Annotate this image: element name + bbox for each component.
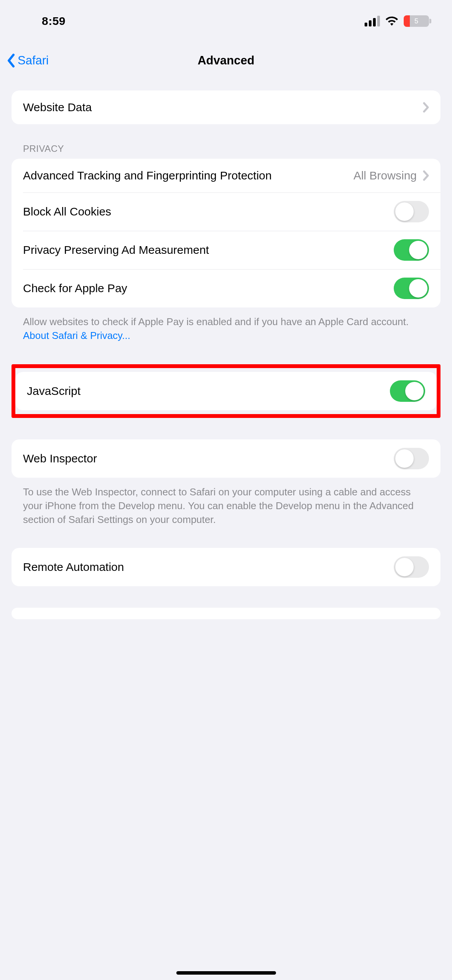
row-website-data[interactable]: Website Data: [12, 90, 440, 124]
row-label: Website Data: [23, 100, 423, 115]
row-label: JavaScript: [27, 383, 390, 399]
row-ppam: Privacy Preserving Ad Measurement: [12, 231, 440, 269]
nav-header: Safari Advanced: [0, 42, 452, 79]
home-indicator: [176, 971, 276, 975]
group-remote-automation: Remote Automation: [12, 548, 440, 586]
row-label: Remote Automation: [23, 559, 394, 575]
row-remote-automation: Remote Automation: [12, 548, 440, 586]
link-about-safari-privacy[interactable]: About Safari & Privacy...: [23, 329, 130, 343]
page-title: Advanced: [0, 54, 452, 67]
toggle-remote-automation[interactable]: [394, 556, 429, 578]
battery-level: 5: [404, 17, 429, 25]
row-apple-pay: Check for Apple Pay: [12, 269, 440, 307]
row-label: Advanced Tracking and Fingerprinting Pro…: [23, 168, 353, 184]
footer-text: Allow websites to check if Apple Pay is …: [23, 316, 409, 327]
back-button[interactable]: Safari: [7, 54, 49, 67]
status-time: 8:59: [0, 15, 107, 28]
footer-privacy: Allow websites to check if Apple Pay is …: [12, 307, 440, 343]
chevron-left-icon: [7, 54, 15, 67]
toggle-javascript[interactable]: [390, 380, 425, 402]
row-value: All Browsing: [353, 169, 417, 182]
chevron-right-icon: [423, 102, 429, 113]
cellular-icon: [365, 16, 380, 26]
battery-icon: 5: [404, 15, 429, 27]
row-javascript: JavaScript: [15, 372, 437, 410]
toggle-web-inspector[interactable]: [394, 448, 429, 469]
row-label: Check for Apple Pay: [23, 281, 394, 296]
group-web-inspector: Web Inspector: [12, 439, 440, 478]
group-privacy: Advanced Tracking and Fingerprinting Pro…: [12, 159, 440, 307]
row-label: Web Inspector: [23, 451, 394, 467]
chevron-right-icon: [423, 170, 429, 181]
toggle-block-cookies[interactable]: [394, 201, 429, 222]
status-indicators: 5: [365, 15, 429, 27]
section-header-privacy: PRIVACY: [12, 124, 440, 159]
toggle-apple-pay[interactable]: [394, 278, 429, 299]
row-label: Block All Cookies: [23, 204, 394, 220]
row-web-inspector: Web Inspector: [12, 439, 440, 478]
wifi-icon: [385, 16, 398, 26]
footer-web-inspector: To use the Web Inspector, connect to Saf…: [12, 478, 440, 527]
row-block-cookies: Block All Cookies: [12, 192, 440, 231]
toggle-ppam[interactable]: [394, 239, 429, 261]
row-label: Privacy Preserving Ad Measurement: [23, 242, 394, 258]
group-javascript: JavaScript: [15, 372, 437, 410]
group-website-data: Website Data: [12, 90, 440, 124]
highlight-box: JavaScript: [12, 364, 440, 418]
row-tracking-protection[interactable]: Advanced Tracking and Fingerprinting Pro…: [12, 159, 440, 192]
status-bar: 8:59 5: [0, 0, 452, 42]
group-partial: [12, 608, 440, 619]
back-label: Safari: [18, 54, 49, 67]
